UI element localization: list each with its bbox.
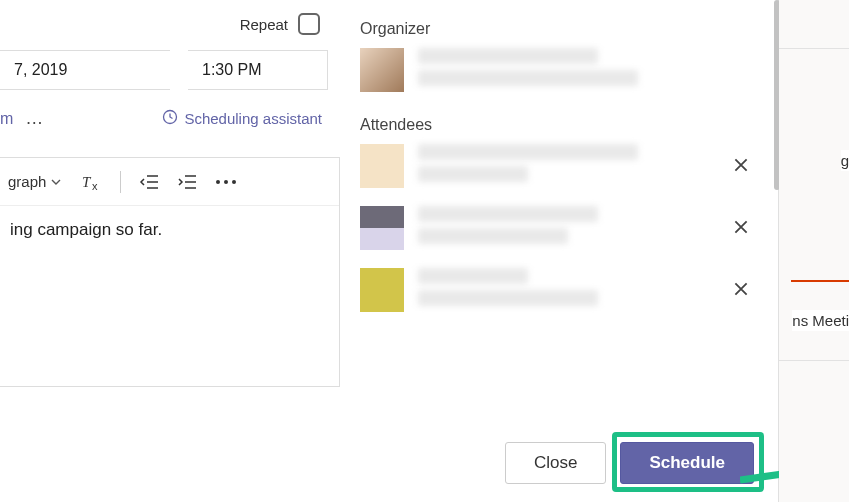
redacted-name <box>418 268 528 284</box>
outdent-button[interactable] <box>139 174 159 190</box>
remove-attendee-button[interactable] <box>732 156 750 174</box>
end-time-field[interactable]: 1:30 PM <box>188 50 328 90</box>
attendee-row <box>360 268 768 312</box>
end-date-value: 7, 2019 <box>14 61 67 79</box>
remove-attendee-button[interactable] <box>732 218 750 236</box>
redacted-name <box>418 206 598 222</box>
calendar-now-indicator <box>791 280 849 282</box>
room-link-fragment[interactable]: m <box>0 110 13 128</box>
repeat-label: Repeat <box>240 16 288 33</box>
svg-text:x: x <box>92 180 98 192</box>
calendar-gridline <box>779 360 849 361</box>
avatar <box>360 144 404 188</box>
clear-formatting-button[interactable]: Tx <box>80 172 102 192</box>
close-button[interactable]: Close <box>505 442 606 484</box>
dialog-footer: Close Schedule <box>505 442 754 484</box>
redacted-email <box>418 290 598 306</box>
room-options-ellipsis[interactable]: … <box>25 108 43 129</box>
redacted-name <box>418 144 638 160</box>
redacted-email <box>418 166 528 182</box>
svg-text:T: T <box>82 174 92 190</box>
background-calendar: g ns Meeti <box>779 0 849 502</box>
editor-toolbar: graph Tx <box>0 158 339 206</box>
scheduling-assistant-label: Scheduling assistant <box>184 110 322 127</box>
avatar <box>360 206 404 250</box>
redacted-name <box>418 48 598 64</box>
redacted-email <box>418 70 638 86</box>
schedule-button-label: Schedule <box>649 453 725 473</box>
chevron-down-icon <box>50 176 62 188</box>
attendee-row <box>360 206 768 250</box>
svg-point-4 <box>224 180 228 184</box>
scheduling-assistant-link[interactable]: Scheduling assistant <box>162 109 322 128</box>
attendee-row <box>360 144 768 188</box>
avatar <box>360 268 404 312</box>
more-options-button[interactable] <box>215 179 237 185</box>
svg-point-5 <box>232 180 236 184</box>
organizer-row <box>360 48 768 92</box>
message-body-text: ing campaign so far. <box>10 220 162 239</box>
meeting-form-left: Repeat 7, 2019 1:30 PM m … Scheduling as… <box>0 0 340 502</box>
remove-attendee-button[interactable] <box>732 280 750 298</box>
calendar-gridline <box>779 48 849 49</box>
svg-point-3 <box>216 180 220 184</box>
toolbar-divider <box>120 171 121 193</box>
attendees-section-label: Attendees <box>360 116 768 134</box>
repeat-checkbox[interactable] <box>298 13 320 35</box>
organizer-section-label: Organizer <box>360 20 768 38</box>
paragraph-style-dropdown[interactable]: graph <box>8 173 62 190</box>
end-time-value: 1:30 PM <box>202 61 262 79</box>
redacted-email <box>418 228 568 244</box>
paragraph-dropdown-label: graph <box>8 173 46 190</box>
close-button-label: Close <box>534 453 577 473</box>
calendar-event-fragment: g <box>841 150 849 171</box>
indent-button[interactable] <box>177 174 197 190</box>
end-date-field[interactable]: 7, 2019 <box>0 50 170 90</box>
message-editor: graph Tx ing campaign so far. <box>0 157 340 387</box>
calendar-event-fragment: ns Meeti <box>792 310 849 331</box>
clock-icon <box>162 109 178 128</box>
avatar <box>360 48 404 92</box>
schedule-button[interactable]: Schedule <box>620 442 754 484</box>
people-panel: Organizer Attendees <box>340 0 779 502</box>
message-body[interactable]: ing campaign so far. <box>0 206 339 254</box>
